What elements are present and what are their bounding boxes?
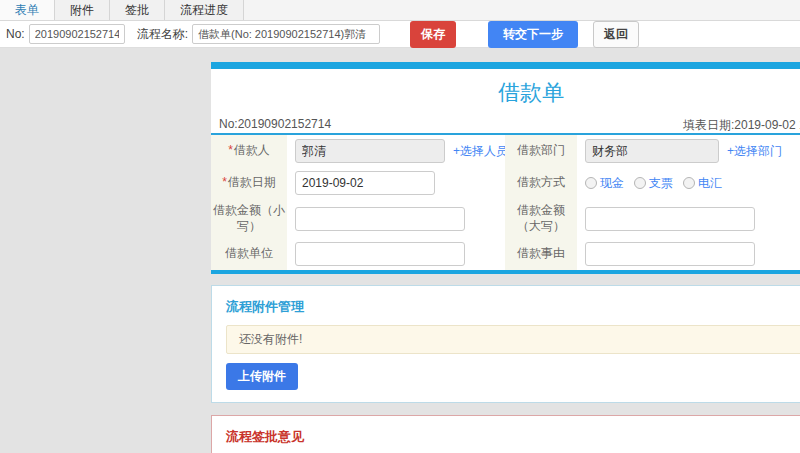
radio-circle-icon: [634, 177, 646, 189]
select-person-link[interactable]: +选择人员: [453, 143, 508, 160]
amount-lowercase-field: [287, 199, 505, 238]
sign-opinions-card: 流程签批意见 B I abc A ∞ ∞ ⚑ ≡ ≡ ⇤ ⇥ ” 样式: [211, 415, 800, 453]
no-input[interactable]: [29, 24, 125, 44]
tab-attachments[interactable]: 附件: [55, 0, 110, 20]
process-name-label: 流程名称:: [137, 26, 188, 43]
loan-method-label: 借款方式: [505, 167, 577, 199]
top-tab-bar: 表单 附件 签批 流程进度: [0, 0, 800, 21]
loan-method-radios: 现金 支票 电汇: [585, 175, 722, 192]
borrower-field: +选择人员: [287, 135, 505, 167]
tab-process-progress[interactable]: 流程进度: [165, 0, 244, 20]
loan-unit-label: 借款单位: [211, 238, 287, 270]
required-mark: *: [228, 143, 233, 157]
form-info-row: No:20190902152714 填表日期:2019-09-02 15:27:…: [211, 116, 800, 135]
loan-reason-label: 借款事由: [505, 238, 577, 270]
loan-date-input[interactable]: [295, 171, 435, 195]
radio-circle-icon: [585, 177, 597, 189]
loan-method-field: 现金 支票 电汇: [577, 167, 800, 199]
radio-cash[interactable]: 现金: [585, 175, 624, 192]
loan-reason-input[interactable]: [585, 242, 755, 266]
loan-date-label: *借款日期: [211, 167, 287, 199]
radio-cheque[interactable]: 支票: [634, 175, 673, 192]
loan-form-card: 借款单 No:20190902152714 填表日期:2019-09-02 15…: [211, 62, 800, 274]
attachments-card: 流程附件管理 还没有附件! 上传附件: [211, 285, 800, 403]
department-label: 借款部门: [505, 135, 577, 167]
amount-uppercase-field: [577, 199, 800, 238]
loan-form-grid: *借款人 +选择人员 借款部门 +选择部门 *借款日期 借款方式: [211, 135, 800, 270]
loan-unit-input[interactable]: [295, 242, 465, 266]
action-toolbar: No: 流程名称: 保存 转交下一步 返回: [0, 21, 800, 48]
no-label: No:: [6, 27, 25, 41]
main-panel: 借款单 No:20190902152714 填表日期:2019-09-02 15…: [211, 62, 800, 453]
amount-lowercase-input[interactable]: [295, 207, 465, 231]
amount-uppercase-input[interactable]: [585, 207, 755, 231]
radio-wire-transfer[interactable]: 电汇: [683, 175, 722, 192]
save-button[interactable]: 保存: [410, 21, 456, 48]
amount-uppercase-label: 借款金额（大写）: [505, 199, 577, 238]
back-button[interactable]: 返回: [593, 21, 639, 48]
form-bottom-bar: [211, 270, 800, 274]
process-name-input[interactable]: [192, 24, 380, 44]
upload-attachment-button[interactable]: 上传附件: [226, 363, 298, 390]
sign-opinions-title: 流程签批意见: [226, 425, 800, 453]
required-mark: *: [222, 175, 227, 189]
department-input: [585, 139, 719, 163]
fill-date: 填表日期:2019-09-02 15:27:1: [683, 117, 800, 134]
borrower-input: [295, 139, 445, 163]
form-number: No:20190902152714: [219, 117, 331, 131]
select-department-link[interactable]: +选择部门: [727, 143, 782, 160]
forward-next-step-button[interactable]: 转交下一步: [488, 21, 578, 48]
loan-reason-field: [577, 238, 800, 270]
loan-date-field: [287, 167, 505, 199]
no-attachments-alert: 还没有附件!: [226, 325, 800, 354]
page-title: 借款单: [211, 69, 800, 116]
borrower-label: *借款人: [211, 135, 287, 167]
radio-circle-icon: [683, 177, 695, 189]
tab-approval[interactable]: 签批: [110, 0, 165, 20]
amount-lowercase-label: 借款金额（小写）: [211, 199, 287, 238]
loan-unit-field: [287, 238, 505, 270]
tab-form[interactable]: 表单: [0, 0, 55, 20]
form-top-bar: [211, 62, 800, 69]
department-field: +选择部门: [577, 135, 800, 167]
attachments-title: 流程附件管理: [226, 295, 800, 325]
